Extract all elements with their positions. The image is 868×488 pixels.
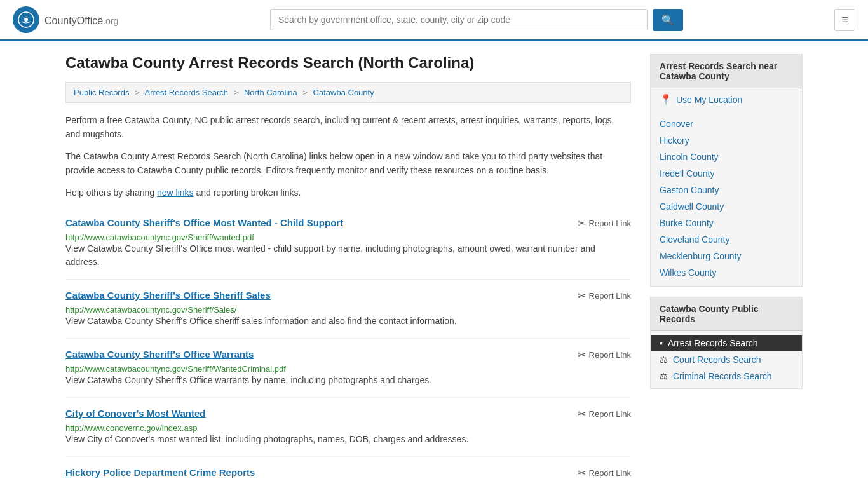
result-item: City of Conover's Most Wanted ✂ Report L… <box>65 398 631 457</box>
report-link-2[interactable]: ✂ Report Link <box>578 290 631 302</box>
court-icon: ⚖ <box>660 355 668 365</box>
breadcrumb-catawba-county[interactable]: Catawba County <box>313 88 374 97</box>
report-link-1[interactable]: ✂ Report Link <box>578 217 631 229</box>
search-area: 🔍 <box>270 9 683 31</box>
report-icon-4: ✂ <box>578 408 586 420</box>
list-item: Lincoln County <box>651 149 802 165</box>
pub-rec-court-link[interactable]: Court Records Search <box>673 355 761 365</box>
nearby-hickory[interactable]: Hickory <box>660 135 689 146</box>
desc-para2: The Catawba County Arrest Records Search… <box>65 149 631 178</box>
desc-para1: Perform a free Catawba County, NC public… <box>65 113 631 142</box>
result-desc-3: View Catawba County Sheriff's Office war… <box>65 374 631 387</box>
main-container: Catawba County Arrest Records Search (No… <box>53 41 815 488</box>
report-link-4[interactable]: ✂ Report Link <box>578 408 631 420</box>
list-item: Conover <box>651 116 802 132</box>
result-item: Catawba County Sheriff's Office Most Wan… <box>65 207 631 280</box>
result-url-1[interactable]: http://www.catawbacountync.gov/Sheriff/w… <box>65 233 254 242</box>
result-item: Hickory Police Department Crime Reports … <box>65 457 631 488</box>
svg-point-1 <box>24 18 28 22</box>
new-links-link[interactable]: new links <box>157 187 194 198</box>
logo-area: CountyOffice.org <box>13 6 118 33</box>
logo-text: CountyOffice.org <box>44 13 118 27</box>
result-desc-4: View City of Conover's most wanted list,… <box>65 433 631 446</box>
nearby-conover[interactable]: Conover <box>660 119 693 129</box>
main-content: Catawba County Arrest Records Search (No… <box>65 54 631 488</box>
nearby-cleveland-county[interactable]: Cleveland County <box>660 234 730 245</box>
pub-rec-court: ⚖ Court Records Search <box>651 351 802 368</box>
nearby-burke-county[interactable]: Burke County <box>660 218 714 228</box>
nearby-section: Arrest Records Search near Catawba Count… <box>650 54 803 287</box>
list-item: Cleveland County <box>651 231 802 248</box>
use-my-location[interactable]: 📍 Use My Location <box>651 88 802 111</box>
search-button[interactable]: 🔍 <box>653 9 683 31</box>
result-desc-2: View Catawba County Sheriff's Office she… <box>65 315 631 328</box>
nearby-wilkes-county[interactable]: Wilkes County <box>660 268 716 278</box>
report-icon-2: ✂ <box>578 290 586 302</box>
nearby-section-title: Arrest Records Search near Catawba Count… <box>651 55 802 88</box>
criminal-icon: ⚖ <box>660 371 668 381</box>
breadcrumb-public-records[interactable]: Public Records <box>74 88 129 97</box>
sidebar: Arrest Records Search near Catawba Count… <box>650 54 803 488</box>
list-item: Wilkes County <box>651 264 802 281</box>
result-title-1[interactable]: Catawba County Sheriff's Office Most Wan… <box>65 217 343 228</box>
pub-rec-criminal: ⚖ Criminal Records Search <box>651 368 802 384</box>
desc-para3: Help others by sharing new links and rep… <box>65 186 631 200</box>
logo-icon <box>13 6 39 33</box>
pub-rec-arrest[interactable]: ▪ Arrest Records Search <box>651 335 802 351</box>
result-desc-1: View Catawba County Sheriff's Office mos… <box>65 242 631 269</box>
arrest-icon: ▪ <box>660 338 663 348</box>
list-item: Gaston County <box>651 182 802 198</box>
public-records-section-title: Catawba County Public Records <box>651 297 802 331</box>
result-item: Catawba County Sheriff's Office Warrants… <box>65 339 631 398</box>
nearby-mecklenburg-county[interactable]: Mecklenburg County <box>660 251 741 261</box>
location-icon: 📍 <box>660 93 672 105</box>
result-title-4[interactable]: City of Conover's Most Wanted <box>65 408 206 419</box>
pub-rec-criminal-link[interactable]: Criminal Records Search <box>673 371 772 381</box>
result-title-5[interactable]: Hickory Police Department Crime Reports <box>65 467 255 478</box>
nearby-gaston-county[interactable]: Gaston County <box>660 185 719 195</box>
pub-rec-arrest-link[interactable]: Arrest Records Search <box>668 338 758 348</box>
nearby-lincoln-county[interactable]: Lincoln County <box>660 152 719 162</box>
public-records-list: ▪ Arrest Records Search ⚖ Court Records … <box>651 331 802 388</box>
breadcrumb-north-carolina[interactable]: North Carolina <box>244 88 297 97</box>
list-item: Iredell County <box>651 165 802 182</box>
report-icon-3: ✂ <box>578 349 586 361</box>
result-url-2[interactable]: http://www.catawbacountync.gov/Sheriff/S… <box>65 305 236 315</box>
nearby-iredell-county[interactable]: Iredell County <box>660 168 714 179</box>
site-header: CountyOffice.org 🔍 ≡ <box>0 0 868 41</box>
page-title: Catawba County Arrest Records Search (No… <box>65 54 631 72</box>
result-url-4[interactable]: http://www.conovernc.gov/index.asp <box>65 423 197 433</box>
search-input[interactable] <box>270 9 648 30</box>
result-url-3[interactable]: http://www.catawbacountync.gov/Sheriff/W… <box>65 364 286 374</box>
list-item: Caldwell County <box>651 198 802 215</box>
use-location-link[interactable]: Use My Location <box>676 95 742 105</box>
nearby-list: Conover Hickory Lincoln County Iredell C… <box>651 111 802 286</box>
breadcrumb-arrest-records[interactable]: Arrest Records Search <box>145 88 229 97</box>
list-item: Burke County <box>651 215 802 231</box>
list-item: Mecklenburg County <box>651 248 802 264</box>
list-item: Hickory <box>651 132 802 149</box>
report-link-3[interactable]: ✂ Report Link <box>578 349 631 361</box>
nearby-caldwell-county[interactable]: Caldwell County <box>660 201 724 212</box>
result-title-2[interactable]: Catawba County Sheriff's Office Sheriff … <box>65 290 271 301</box>
menu-button[interactable]: ≡ <box>834 9 855 31</box>
public-records-section: Catawba County Public Records ▪ Arrest R… <box>650 297 803 389</box>
result-title-3[interactable]: Catawba County Sheriff's Office Warrants <box>65 349 254 360</box>
result-item: Catawba County Sheriff's Office Sheriff … <box>65 280 631 339</box>
report-icon-5: ✂ <box>578 467 586 479</box>
report-link-5[interactable]: ✂ Report Link <box>578 467 631 479</box>
report-icon-1: ✂ <box>578 217 586 229</box>
breadcrumb: Public Records > Arrest Records Search >… <box>65 82 631 103</box>
